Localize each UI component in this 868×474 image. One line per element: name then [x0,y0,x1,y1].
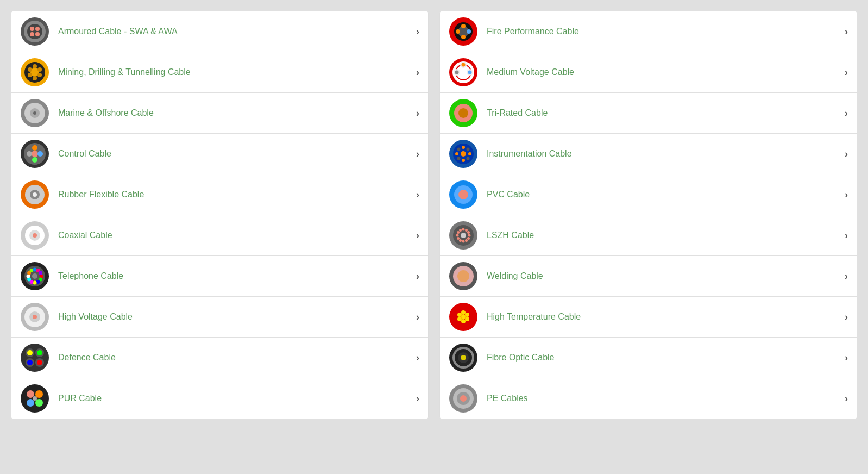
svg-point-49 [32,273,37,279]
list-item[interactable]: Medium Voltage Cable› [440,52,857,93]
chevron-icon: › [416,271,419,282]
item-label: Telephone Cable [58,271,416,281]
list-item[interactable]: Instrumentation Cable› [440,134,857,174]
svg-point-40 [33,281,37,285]
svg-point-60 [27,360,33,365]
list-item[interactable]: Telephone Cable› [11,256,428,297]
list-item[interactable]: Fire Performance Cable› [440,11,857,52]
chevron-icon: › [845,352,848,364]
svg-point-11 [37,67,42,72]
chevron-icon: › [416,108,419,119]
svg-point-72 [461,24,466,28]
svg-point-136 [460,395,467,402]
item-label: Welding Cable [487,271,845,281]
svg-point-68 [33,396,37,401]
svg-point-91 [467,157,470,160]
svg-point-23 [32,145,37,151]
svg-point-45 [30,269,34,272]
chevron-icon: › [416,189,419,201]
chevron-icon: › [416,230,419,241]
list-item[interactable]: Control Cable› [11,134,428,174]
svg-point-96 [462,146,465,149]
chevron-icon: › [845,230,848,241]
svg-point-122 [461,310,466,315]
svg-point-6 [35,32,40,36]
svg-point-97 [467,148,470,151]
chevron-icon: › [845,67,848,78]
armoured-icon [20,17,49,46]
chevron-icon: › [416,352,419,364]
svg-point-4 [35,27,40,31]
svg-point-112 [459,229,462,232]
svg-point-64 [27,390,34,398]
svg-point-5 [30,32,34,36]
svg-point-39 [36,280,40,284]
list-item[interactable]: Tri-Rated Cable› [440,93,857,134]
item-label: Fibre Optic Cable [487,353,845,363]
svg-point-56 [27,350,33,356]
list-item[interactable]: Marine & Offshore Cable› [11,93,428,134]
list-item[interactable]: Mining, Drilling & Tunnelling Cable› [11,52,428,93]
svg-point-62 [37,360,42,365]
telephone-icon [20,261,49,291]
list-item[interactable]: Fibre Optic Cable› [440,338,857,378]
svg-point-30 [33,192,37,197]
pur-icon [20,384,49,413]
item-label: Instrumentation Cable [487,149,845,159]
chevron-icon: › [845,189,848,201]
svg-point-98 [461,151,466,157]
svg-point-84 [455,71,459,74]
defence-icon [20,343,49,372]
svg-point-101 [458,190,468,199]
list-item[interactable]: Welding Cable› [440,256,857,297]
svg-point-123 [465,313,469,317]
item-label: PE Cables [487,394,845,403]
svg-point-58 [37,350,42,356]
svg-point-65 [35,390,43,398]
list-item[interactable]: LSZH Cable› [440,215,857,256]
chevron-icon: › [845,311,848,323]
svg-point-115 [467,231,470,234]
column-2: Fire Performance Cable›Medium Voltage Ca… [439,11,857,419]
svg-point-127 [457,313,462,317]
pe-icon [449,384,478,413]
welding-icon [449,261,478,291]
svg-point-107 [462,240,465,243]
list-item[interactable]: Defence Cable› [11,338,428,378]
list-item[interactable]: PE Cables› [440,378,857,419]
item-label: High Temperature Cable [487,312,845,322]
svg-point-2 [27,24,42,39]
control-icon [20,139,49,169]
svg-point-104 [468,234,471,237]
svg-point-106 [465,239,468,242]
svg-point-124 [465,317,469,321]
svg-point-82 [468,71,472,74]
list-item[interactable]: Armoured Cable - SWA & AWA› [11,11,428,52]
svg-point-110 [456,234,459,237]
svg-point-132 [461,355,466,360]
svg-point-90 [468,152,471,155]
list-item[interactable]: Coaxial Cable› [11,215,428,256]
svg-point-109 [457,237,460,240]
svg-point-53 [33,315,37,319]
item-label: Tri-Rated Cable [487,108,845,118]
chevron-icon: › [845,271,848,282]
svg-point-87 [458,108,468,118]
svg-point-67 [35,399,43,407]
chevron-icon: › [416,67,419,78]
svg-point-15 [28,67,32,72]
list-item[interactable]: Rubber Flexible Cable› [11,174,428,215]
list-item[interactable]: High Temperature Cable› [440,297,857,338]
svg-point-13 [33,76,37,80]
list-item[interactable]: PUR Cable› [11,378,428,419]
svg-point-128 [461,315,466,319]
chevron-icon: › [845,108,848,119]
svg-point-80 [462,63,466,67]
item-label: Armoured Cable - SWA & AWA [58,27,416,36]
chevron-icon: › [845,148,848,160]
list-item[interactable]: PVC Cable› [440,174,857,215]
svg-point-54 [21,344,49,372]
list-item[interactable]: High Voltage Cable› [11,297,428,338]
item-label: Marine & Offshore Cable [58,108,416,118]
svg-point-46 [33,268,37,272]
